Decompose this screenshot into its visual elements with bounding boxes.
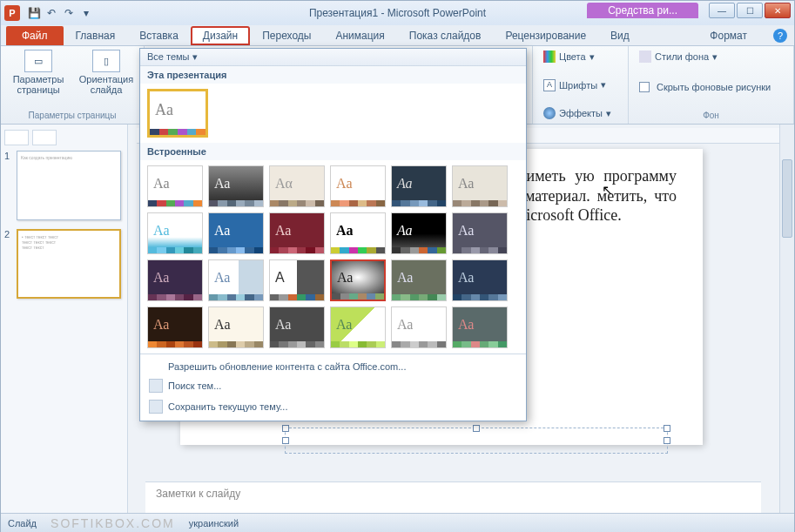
theme-current[interactable]: Aa (147, 89, 208, 138)
theme-item[interactable]: Аа (452, 165, 508, 207)
theme-item[interactable]: Аа (147, 306, 203, 348)
tab-file[interactable]: Файл (6, 26, 64, 45)
fonts-dropdown[interactable]: AШрифты ▾ (540, 78, 621, 92)
theme-colorstrip (392, 247, 446, 253)
allow-office-updates[interactable]: Разрешить обновление контента с сайта Of… (140, 358, 526, 375)
theme-colorstrip (209, 200, 263, 206)
text-frame-selected[interactable] (285, 428, 668, 454)
theme-item[interactable]: Aa (147, 165, 203, 207)
search-icon (149, 379, 163, 393)
theme-item[interactable]: Aα (269, 165, 325, 207)
maximize-button[interactable]: ☐ (737, 3, 763, 18)
theme-item[interactable]: Аа (391, 165, 447, 207)
theme-item[interactable]: Аа (208, 212, 264, 254)
ribbon-tabs: Файл Главная Вставка Дизайн Переходы Ани… (1, 25, 794, 46)
effects-icon (543, 107, 556, 119)
themes-dd-header[interactable]: Все темы ▾ (140, 49, 526, 66)
tab-design[interactable]: Дизайн (191, 26, 250, 45)
vertical-scrollbar[interactable] (779, 125, 794, 513)
theme-item[interactable]: Аа (452, 306, 508, 348)
search-themes[interactable]: Поиск тем... (140, 375, 526, 396)
resize-handle-nw[interactable] (282, 425, 289, 432)
slides-tab[interactable] (4, 130, 29, 145)
scrollbar-thumb[interactable] (782, 159, 792, 238)
qat-dropdown-icon[interactable]: ▾ (79, 6, 93, 20)
outline-tab[interactable] (32, 130, 57, 145)
theme-item[interactable]: Аа (269, 212, 325, 254)
theme-item[interactable]: Aa (330, 165, 386, 207)
tab-transitions[interactable]: Переходы (250, 26, 323, 45)
group-theme-variants: Цвета ▾ AШрифты ▾ Эффекты ▾ (533, 46, 629, 124)
save-theme-label: Сохранить текущую тему... (168, 401, 287, 412)
resize-handle-ne[interactable] (664, 425, 670, 432)
notes-pane[interactable]: Заметки к слайду (145, 481, 761, 513)
app-window: P 💾 ↶ ↷ ▾ Презентация1 - Microsoft Power… (0, 0, 795, 532)
close-button[interactable]: ✕ (765, 3, 791, 18)
theme-item[interactable]: Aa (269, 259, 325, 301)
redo-icon[interactable]: ↷ (62, 6, 76, 20)
builtin-themes-grid: Aa Аа Aα Aa Аа Аа Aa Аа Аа Aa Аа Аа Аа А… (140, 160, 526, 354)
bg-styles-icon (639, 51, 651, 63)
bg-styles-label: Стили фона (655, 51, 709, 62)
theme-item[interactable]: Аа (147, 259, 203, 301)
thumb-num-1: 1 (4, 151, 13, 220)
titlebar: P 💾 ↶ ↷ ▾ Презентация1 - Microsoft Power… (1, 1, 794, 25)
tab-home[interactable]: Главная (64, 26, 128, 45)
theme-item-highlighted[interactable]: Аа (330, 259, 386, 301)
tab-format[interactable]: Формат (697, 26, 759, 45)
theme-item[interactable]: Аа (269, 306, 325, 348)
tab-view[interactable]: Вид (598, 26, 642, 45)
hide-bg-checkbox[interactable]: Скрыть фоновые рисунки (636, 81, 786, 93)
fonts-label: Шрифты (559, 80, 597, 91)
colors-dropdown[interactable]: Цвета ▾ (540, 50, 621, 64)
save-icon[interactable]: 💾 (27, 6, 41, 20)
tab-slideshow[interactable]: Показ слайдов (397, 26, 494, 45)
theme-item[interactable]: Аа (391, 212, 447, 254)
thumb-slide-1: Как создать презентацию (17, 151, 121, 220)
save-current-theme[interactable]: Сохранить текущую тему... (140, 396, 526, 417)
app-icon: P (4, 5, 20, 21)
tab-review[interactable]: Рецензирование (493, 26, 598, 45)
resize-handle-e[interactable] (664, 437, 670, 444)
theme-item[interactable]: Аа (208, 165, 264, 207)
thumbnail-tabs (4, 130, 124, 145)
slide-orientation-button[interactable]: ▯ Ориентация слайда (76, 50, 137, 95)
status-language[interactable]: украинский (189, 518, 239, 529)
page-setup-button[interactable]: ▭ Параметры страницы (8, 50, 69, 95)
tab-animations[interactable]: Анимация (323, 26, 396, 45)
minimize-button[interactable]: — (709, 3, 735, 18)
theme-colorstrip (270, 247, 324, 253)
thumbnail-2[interactable]: 2 ▪ текст текст тексттекст текст текстте… (4, 229, 124, 299)
status-bar: Слайд SOFTIKBOX.COM украинский (1, 513, 794, 532)
theme-colorstrip (148, 341, 202, 347)
group-background-label: Фон (636, 111, 786, 120)
cursor-icon: ↖ (602, 182, 613, 199)
undo-icon[interactable]: ↶ (44, 6, 58, 20)
thumb-num-2: 2 (4, 229, 13, 299)
background-styles-dropdown[interactable]: Стили фона ▾ (636, 50, 786, 64)
theme-preview: Аа (148, 260, 202, 294)
theme-item[interactable]: Аа (391, 259, 447, 301)
theme-item[interactable]: Аа (208, 259, 264, 301)
theme-item[interactable]: Аа (391, 306, 447, 348)
theme-item[interactable]: Aa (208, 306, 264, 348)
theme-item[interactable]: Aa (147, 212, 203, 254)
resize-handle-w[interactable] (282, 437, 289, 444)
theme-preview: Aa (209, 307, 263, 341)
theme-colorstrip (392, 341, 446, 347)
theme-item[interactable]: Аа (452, 259, 508, 301)
theme-preview: Aα (270, 166, 324, 200)
slide-thumbnails-panel: 1 Как создать презентацию 2 ▪ текст текс… (1, 125, 128, 513)
theme-item[interactable]: Aa (330, 212, 386, 254)
theme-item[interactable]: Аа (452, 212, 508, 254)
resize-handle-n[interactable] (473, 425, 480, 432)
thumbnail-1[interactable]: 1 Как создать презентацию (4, 151, 124, 220)
help-button[interactable]: ? (773, 29, 787, 43)
effects-dropdown[interactable]: Эффекты ▾ (540, 106, 621, 120)
theme-colorstrip (331, 341, 385, 347)
checkbox-icon (639, 82, 650, 92)
theme-item[interactable]: Аа (330, 306, 386, 348)
group-page-setup-label: Параметры страницы (8, 111, 137, 120)
tab-insert[interactable]: Вставка (127, 26, 191, 45)
theme-preview: Аа (453, 166, 507, 200)
